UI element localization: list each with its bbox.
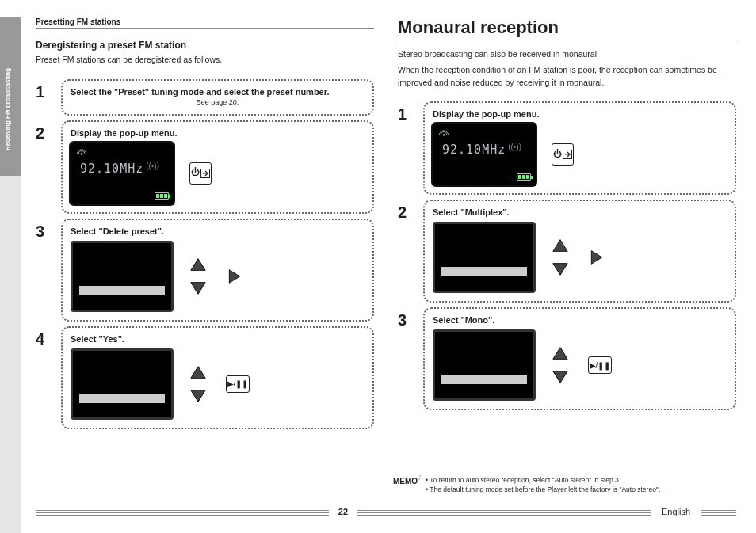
step-number: 3 xyxy=(398,307,423,328)
page-number: 22 xyxy=(335,507,351,516)
right-step-3: 3 Select "Mono". ▶/❚❚ xyxy=(398,307,736,410)
up-triangle-icon xyxy=(552,238,569,253)
step-box: Select "Delete preset". xyxy=(61,219,374,322)
enter-arrow-icon xyxy=(200,168,211,179)
left-intro: Preset FM stations can be deregistered a… xyxy=(36,54,374,67)
step-box: Select "Yes". ▶/❚❚ xyxy=(61,326,374,429)
lcd-signal-icon: ((•)) xyxy=(146,162,159,170)
step-title: Select "Delete preset". xyxy=(71,227,365,236)
down-triangle-icon xyxy=(552,369,569,385)
svg-marker-4 xyxy=(229,269,239,283)
crumb-rule xyxy=(36,28,374,29)
step-number: 1 xyxy=(36,79,61,100)
menu-screen xyxy=(433,329,536,401)
enter-button xyxy=(552,143,574,166)
step-number: 4 xyxy=(36,326,61,347)
lcd-frequency: 92.10MHz xyxy=(80,162,143,177)
svg-marker-11 xyxy=(591,251,601,265)
up-triangle-icon xyxy=(552,345,569,361)
left-column: Presetting FM stations Deregistering a p… xyxy=(36,17,374,485)
left-step-2: 2 Display the pop-up menu. 92.10MHz ((•)… xyxy=(36,120,374,214)
right-para-1: Stereo broadcasting can also be received… xyxy=(398,48,736,61)
enter-arrow-icon xyxy=(562,149,573,160)
lcd-signal-icon: ((•)) xyxy=(508,143,521,151)
memo-line-1: To return to auto stereo reception, sele… xyxy=(426,475,660,485)
right-step-2: 2 Select "Multiplex". xyxy=(398,200,736,303)
up-triangle-icon xyxy=(189,364,207,380)
lcd-screen: 92.10MHz ((•)) xyxy=(71,143,174,204)
svg-point-0 xyxy=(81,153,83,155)
right-para-2: When the reception condition of an FM st… xyxy=(398,64,736,89)
step-box: Select "Mono". ▶/❚❚ xyxy=(423,307,736,410)
nav-up-down xyxy=(552,238,569,277)
svg-point-7 xyxy=(443,134,445,136)
right-column: Monaural reception Stereo broadcasting c… xyxy=(398,17,736,485)
breadcrumb: Presetting FM stations xyxy=(36,17,374,26)
left-step-1: 1 Select the "Preset" tuning mode and se… xyxy=(36,79,374,116)
svg-marker-9 xyxy=(553,240,567,252)
down-triangle-icon xyxy=(189,388,207,404)
step-title: Select "Mono". xyxy=(433,315,727,325)
footer-rule xyxy=(36,508,329,516)
play-pause-button: ▶/❚❚ xyxy=(226,375,250,393)
sidebar-section-label: Receiving FM broadcasting xyxy=(4,68,11,150)
lcd-screen: 92.10MHz ((•)) xyxy=(433,124,536,185)
right-heading: Monaural reception xyxy=(398,17,736,38)
nav-up-down xyxy=(552,345,569,385)
step-subtext: See page 20. xyxy=(71,98,365,106)
svg-marker-10 xyxy=(553,264,567,276)
play-pause-button: ▶/❚❚ xyxy=(588,356,612,374)
step-box: Select the "Preset" tuning mode and sele… xyxy=(61,79,374,116)
page-footer: 22 English xyxy=(36,504,736,519)
right-step-1: 1 Display the pop-up menu. 92.10MHz ((•)… xyxy=(398,101,736,195)
step-box: Select "Multiplex". xyxy=(423,200,736,303)
battery-icon xyxy=(155,192,169,200)
right-triangle-icon xyxy=(588,249,605,265)
svg-marker-13 xyxy=(553,371,567,383)
menu-screen xyxy=(433,222,536,293)
svg-marker-5 xyxy=(191,366,205,378)
svg-marker-3 xyxy=(191,282,205,294)
svg-marker-12 xyxy=(553,348,567,360)
step-number: 2 xyxy=(398,200,423,220)
footer-rule xyxy=(357,508,651,516)
step-title: Select "Multiplex". xyxy=(433,207,727,217)
step-box: Display the pop-up menu. 92.10MHz ((•)) xyxy=(61,120,374,214)
nav-up-down xyxy=(189,257,207,296)
left-subhead: Deregistering a preset FM station xyxy=(36,40,374,51)
step-number: 3 xyxy=(36,219,61,239)
step-box: Display the pop-up menu. 92.10MHz ((•)) xyxy=(423,101,736,195)
svg-marker-6 xyxy=(191,390,205,402)
left-step-3: 3 Select "Delete preset". xyxy=(36,219,374,322)
enter-button xyxy=(189,162,212,185)
down-triangle-icon xyxy=(189,280,207,296)
right-triangle-icon xyxy=(226,268,243,284)
memo-block: ♪ MEMO To return to auto stereo receptio… xyxy=(393,475,734,496)
footer-language: English xyxy=(657,507,695,516)
svg-marker-2 xyxy=(191,258,205,270)
step-number: 2 xyxy=(36,120,61,141)
left-step-4: 4 Select "Yes". ▶/❚❚ xyxy=(36,326,374,429)
footer-rule xyxy=(701,508,736,516)
up-triangle-icon xyxy=(189,257,207,272)
memo-label: ♪ MEMO xyxy=(393,475,418,487)
page-content: Presetting FM stations Deregistering a p… xyxy=(36,17,736,485)
menu-screen xyxy=(71,241,174,312)
step-title: Display the pop-up menu. xyxy=(433,109,727,119)
step-title: Select the "Preset" tuning mode and sele… xyxy=(71,87,365,97)
sidebar-gutter xyxy=(0,176,21,533)
memo-line-2: The default tuning mode set before the P… xyxy=(426,485,660,495)
heading-rule xyxy=(398,40,736,40)
down-triangle-icon xyxy=(552,261,569,277)
menu-screen xyxy=(71,348,174,420)
memo-text: To return to auto stereo reception, sele… xyxy=(426,475,660,496)
step-title: Select "Yes". xyxy=(71,334,365,344)
battery-icon xyxy=(517,173,531,181)
lcd-frequency: 92.10MHz xyxy=(442,143,506,158)
radio-icon xyxy=(437,128,450,138)
radio-icon xyxy=(75,147,88,157)
nav-up-down xyxy=(189,364,207,404)
step-title: Display the pop-up menu. xyxy=(71,128,365,138)
step-number: 1 xyxy=(398,101,423,122)
memo-label-text: MEMO xyxy=(393,477,418,485)
